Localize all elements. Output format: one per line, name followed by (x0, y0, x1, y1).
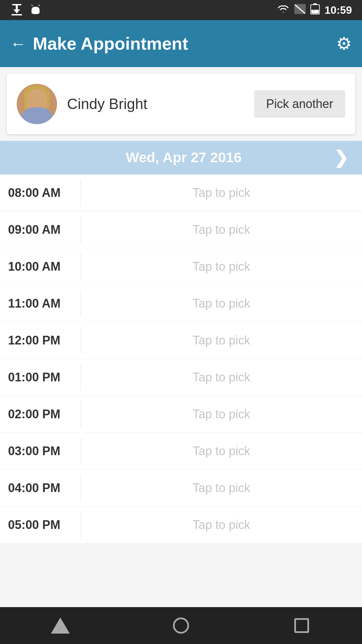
svg-rect-12 (311, 10, 319, 13)
recent-nav-icon (294, 618, 309, 633)
tap-to-pick-label[interactable]: Tap to pick (81, 407, 362, 421)
svg-line-6 (32, 5, 33, 6)
contact-info: Cindy Bright (17, 84, 147, 124)
tap-to-pick-label[interactable]: Tap to pick (81, 223, 362, 237)
svg-rect-0 (12, 4, 21, 5)
status-time: 10:59 (324, 4, 352, 16)
svg-point-20 (25, 116, 49, 124)
time-slot[interactable]: 10:00 AM Tap to pick (0, 248, 362, 285)
nav-home-button[interactable] (164, 615, 198, 636)
time-label: 10:00 AM (0, 260, 80, 274)
back-button[interactable]: ← (10, 35, 26, 53)
svg-point-17 (27, 93, 47, 115)
time-label: 05:00 PM (0, 518, 80, 532)
bottom-nav (0, 607, 362, 644)
wifi-icon (277, 4, 290, 16)
pick-another-button[interactable]: Pick another (254, 90, 345, 118)
time-label: 01:00 PM (0, 370, 80, 384)
time-label: 02:00 PM (0, 407, 80, 421)
time-label: 08:00 AM (0, 186, 80, 200)
time-slot[interactable]: 08:00 AM Tap to pick (0, 174, 362, 211)
contact-card: Cindy Bright Pick another (7, 74, 355, 134)
tap-to-pick-label[interactable]: Tap to pick (81, 333, 362, 347)
svg-point-13 (17, 84, 57, 124)
tap-to-pick-label[interactable]: Tap to pick (81, 370, 362, 384)
time-slot[interactable]: 12:00 PM Tap to pick (0, 322, 362, 359)
settings-button[interactable]: ⚙ (336, 34, 352, 54)
svg-point-18 (31, 100, 35, 104)
time-slot[interactable]: 03:00 PM Tap to pick (0, 433, 362, 470)
tap-to-pick-label[interactable]: Tap to pick (81, 260, 362, 274)
svg-marker-2 (13, 9, 20, 13)
tap-to-pick-label[interactable]: Tap to pick (81, 444, 362, 458)
avatar (17, 84, 57, 124)
time-label: 04:00 PM (0, 481, 80, 495)
app-bar: ← Make Appointment ⚙ (0, 20, 362, 67)
current-date: Wed, Apr 27 2016 (126, 150, 242, 166)
android-icon (29, 3, 42, 17)
download-icon (10, 3, 23, 17)
time-label: 09:00 AM (0, 223, 80, 237)
date-header[interactable]: Wed, Apr 27 2016 ❯ (0, 141, 362, 174)
avatar-image (17, 84, 57, 124)
time-label: 11:00 AM (0, 297, 80, 311)
tap-to-pick-label[interactable]: Tap to pick (81, 481, 362, 495)
svg-rect-3 (11, 14, 22, 15)
home-nav-icon (173, 618, 189, 634)
page-title: Make Appointment (33, 34, 188, 54)
time-slot[interactable]: 09:00 AM Tap to pick (0, 211, 362, 248)
svg-rect-11 (313, 3, 317, 5)
svg-line-7 (39, 5, 40, 6)
status-bar: 10:59 (0, 0, 362, 20)
svg-point-19 (39, 100, 43, 104)
status-bar-right: 10:59 (277, 3, 352, 17)
nav-back-button[interactable] (44, 615, 77, 636)
app-bar-left: ← Make Appointment (10, 34, 188, 54)
nav-recent-button[interactable] (285, 615, 318, 636)
signal-off-icon (294, 4, 306, 16)
time-slot[interactable]: 04:00 PM Tap to pick (0, 470, 362, 506)
battery-icon (310, 3, 320, 17)
next-date-button[interactable]: ❯ (334, 148, 349, 168)
back-nav-icon (51, 618, 70, 634)
time-slot[interactable]: 02:00 PM Tap to pick (0, 396, 362, 433)
time-slot[interactable]: 11:00 AM Tap to pick (0, 285, 362, 322)
status-bar-left (10, 3, 42, 17)
contact-name: Cindy Bright (67, 96, 147, 112)
time-slot[interactable]: 05:00 PM Tap to pick (0, 506, 362, 543)
time-label: 03:00 PM (0, 444, 80, 458)
tap-to-pick-label[interactable]: Tap to pick (81, 186, 362, 200)
tap-to-pick-label[interactable]: Tap to pick (81, 297, 362, 311)
time-label: 12:00 PM (0, 333, 80, 347)
time-slots-container: 08:00 AM Tap to pick 09:00 AM Tap to pic… (0, 174, 362, 543)
time-slot[interactable]: 01:00 PM Tap to pick (0, 359, 362, 396)
tap-to-pick-label[interactable]: Tap to pick (81, 518, 362, 532)
